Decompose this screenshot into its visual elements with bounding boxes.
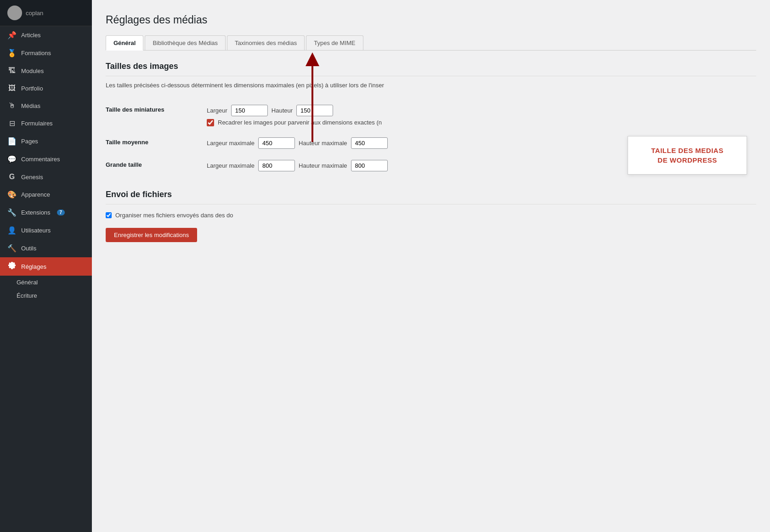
sidebar-item-formations[interactable]: 🏅 Formations (0, 44, 92, 62)
tab-general[interactable]: Général (106, 35, 143, 51)
miniatures-label: Taille des miniatures (106, 99, 207, 132)
sidebar-item-extensions[interactable]: 🔧 Extensions 7 (0, 204, 92, 221)
grande-label: Grande taille (106, 154, 207, 177)
sidebar-label-reglages: Réglages (21, 263, 46, 270)
sidebar-item-utilisateurs[interactable]: 👤 Utilisateurs (0, 221, 92, 239)
section-tailles-desc: Les tailles précisées ci-dessous détermi… (106, 81, 756, 90)
outils-icon: 🔨 (7, 244, 17, 253)
sidebar-label-formulaires: Formulaires (21, 120, 53, 127)
tabs-container: Général Bibliothèque des Médias Taxinomi… (106, 35, 756, 51)
sidebar-item-apparence[interactable]: 🎨 Apparence (0, 186, 92, 204)
largeur-input-mini[interactable] (231, 105, 268, 116)
sidebar-item-portfolio[interactable]: 🖼 Portfolio (0, 79, 92, 97)
envoi-title: Envoi de fichiers (106, 190, 756, 204)
formulaires-icon: ⊟ (7, 119, 17, 128)
sidebar-item-medias[interactable]: 🖱 Médias (0, 97, 92, 114)
largeur-max-label-moy: Largeur maximale (207, 140, 255, 147)
sidebar-subitem-ecriture[interactable]: Écriture (0, 289, 92, 302)
sidebar-item-reglages[interactable]: Réglages (0, 257, 92, 276)
site-logo-text: coplan (26, 10, 43, 17)
sidebar-label-modules: Modules (21, 68, 44, 74)
portfolio-icon: 🖼 (7, 84, 17, 92)
apparence-icon: 🎨 (7, 190, 17, 199)
genesis-icon: G (7, 173, 17, 181)
pages-icon: 📄 (7, 137, 17, 146)
sidebar-label-genesis: Genesis (21, 174, 43, 181)
section-tailles-title: Tailles des images (106, 62, 756, 76)
hauteur-max-label-moy: Hauteur maximale (299, 140, 347, 147)
largeur-label-mini: Largeur (207, 107, 227, 114)
sidebar-item-outils[interactable]: 🔨 Outils (0, 239, 92, 257)
organiser-row: Organiser mes fichiers envoyés dans des … (106, 212, 756, 219)
sidebar-item-articles[interactable]: 📌 Articles (0, 26, 92, 44)
sidebar-label-outils: Outils (21, 245, 36, 252)
table-row-miniatures: Taille des miniatures Largeur Hauteur Re… (106, 99, 756, 132)
sidebar-sublabel-ecriture: Écriture (17, 292, 37, 299)
page-title: Réglages des médias (106, 14, 756, 26)
largeur-input-moy[interactable] (258, 137, 295, 149)
sidebar-label-utilisateurs: Utilisateurs (21, 227, 51, 234)
sidebar: coplan 📌 Articles 🏅 Formations 🏗 Modules… (0, 0, 92, 532)
modules-icon: 🏗 (7, 67, 17, 75)
miniatures-fields: Largeur Hauteur (207, 105, 756, 116)
sidebar-item-formulaires[interactable]: ⊟ Formulaires (0, 114, 92, 132)
annotation-box: TAILLE DES MEDIASDE WORDPRESS (628, 136, 747, 175)
sidebar-label-commentaires: Commentaires (21, 156, 60, 163)
sidebar-logo: coplan (0, 0, 92, 26)
moyenne-label: Taille moyenne (106, 132, 207, 154)
organiser-checkbox[interactable] (106, 212, 112, 218)
sidebar-label-formations: Formations (21, 50, 51, 57)
sidebar-label-articles: Articles (21, 32, 41, 39)
extensions-badge: 7 (57, 209, 65, 215)
sidebar-label-medias: Médias (21, 102, 40, 109)
hauteur-input-moy[interactable] (351, 137, 388, 149)
recadrer-row: Recadrer les images pour parvenir aux di… (207, 119, 756, 126)
annotation-text: TAILLE DES MEDIASDE WORDPRESS (639, 146, 736, 165)
utilisateurs-icon: 👤 (7, 226, 17, 235)
hauteur-label-mini: Hauteur (272, 107, 293, 114)
formations-icon: 🏅 (7, 49, 17, 57)
sidebar-item-commentaires[interactable]: 💬 Commentaires (0, 150, 92, 168)
sidebar-label-apparence: Apparence (21, 191, 50, 198)
hauteur-input-mini[interactable] (296, 105, 333, 116)
medias-icon: 🖱 (7, 102, 17, 110)
reglages-icon (7, 262, 17, 271)
sidebar-sublabel-general: Général (17, 279, 38, 286)
largeur-input-grand[interactable] (258, 160, 295, 171)
form-section: Taille des miniatures Largeur Hauteur Re… (106, 99, 756, 185)
sidebar-subitem-general[interactable]: Général (0, 276, 92, 289)
main-content: Réglages des médias Général Bibliothèque… (92, 0, 770, 532)
hauteur-max-label-grand: Hauteur maximale (299, 162, 347, 169)
sidebar-item-genesis[interactable]: G Genesis (0, 168, 92, 186)
sidebar-label-extensions: Extensions (21, 209, 51, 216)
recadrer-checkbox[interactable] (207, 119, 214, 126)
tab-types-mime[interactable]: Types de MIME (306, 35, 363, 50)
site-logo-icon (7, 6, 22, 20)
sidebar-label-portfolio: Portfolio (21, 85, 43, 92)
hauteur-input-grand[interactable] (351, 160, 388, 171)
sidebar-item-pages[interactable]: 📄 Pages (0, 132, 92, 150)
sidebar-label-pages: Pages (21, 138, 38, 145)
articles-icon: 📌 (7, 31, 17, 40)
commentaires-icon: 💬 (7, 155, 17, 164)
recadrer-label: Recadrer les images pour parvenir aux di… (218, 119, 382, 126)
sidebar-item-modules[interactable]: 🏗 Modules (0, 62, 92, 79)
extensions-icon: 🔧 (7, 208, 17, 217)
largeur-max-label-grand: Largeur maximale (207, 162, 255, 169)
organiser-label: Organiser mes fichiers envoyés dans des … (115, 212, 233, 219)
save-button[interactable]: Enregistrer les modifications (106, 228, 197, 242)
tab-bibliotheque[interactable]: Bibliothèque des Médias (145, 35, 226, 50)
tab-taxinomies[interactable]: Taxinomies des médias (227, 35, 305, 50)
